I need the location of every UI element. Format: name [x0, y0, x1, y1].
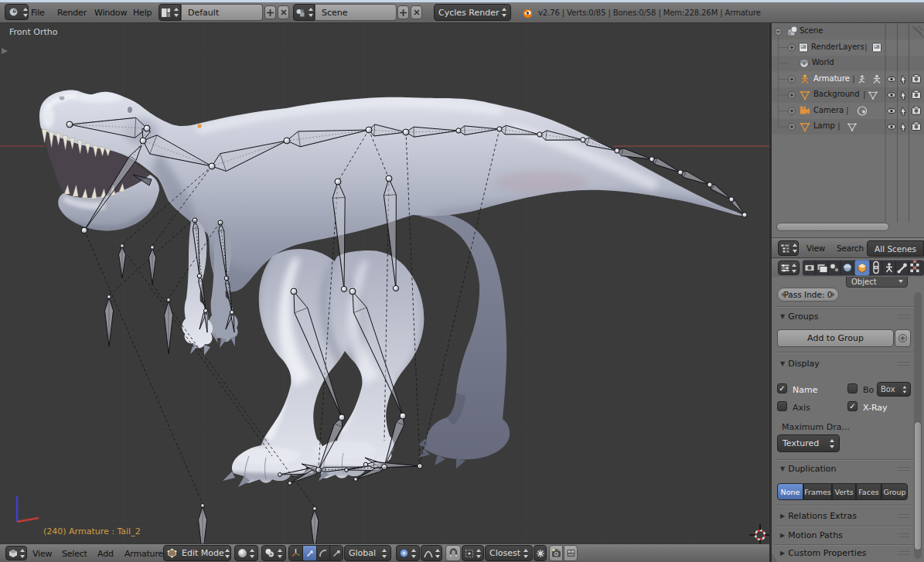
xray-checkbox[interactable]: ✓ [847, 401, 858, 411]
pivot-point-select[interactable] [261, 545, 286, 561]
menu-help[interactable]: Help [133, 8, 152, 18]
properties-scrollbar-thumb[interactable] [914, 421, 922, 550]
groups-panel-header[interactable]: ▼Groups [780, 312, 818, 322]
custom-properties-panel-header[interactable]: ▶Custom Properties [780, 548, 866, 558]
manipulator-axes-icon [291, 548, 301, 558]
duplication-verts-button[interactable]: Verts [832, 483, 856, 500]
blender-app-menu-button[interactable] [5, 4, 29, 20]
outliner-row-armature[interactable]: Armature [813, 74, 850, 83]
outliner-search-menu[interactable]: Search [837, 244, 864, 253]
menu-render[interactable]: Render [57, 8, 87, 18]
render-camera-icon [551, 548, 561, 558]
transform-orientation-select[interactable]: Global [344, 545, 391, 561]
editor-type-button-3dview[interactable] [5, 546, 27, 560]
editor-type-button-outliner[interactable] [778, 240, 799, 256]
bounds-type-select[interactable]: Box [877, 382, 911, 397]
manipulator-translate-button[interactable] [302, 546, 316, 560]
rotate-arc-icon [319, 549, 328, 558]
add-screen-layout-button[interactable] [264, 5, 276, 19]
snap-element-select[interactable] [462, 545, 484, 561]
manipulator-rotate-button[interactable] [316, 546, 329, 560]
falloff-select[interactable] [421, 545, 442, 561]
relations-extras-panel-header[interactable]: ▶Relations Extras [780, 511, 857, 521]
panel-drag-grip[interactable] [898, 362, 910, 366]
outliner-row-renderlayers[interactable]: RenderLayers [811, 43, 864, 51]
outliner-row-camera[interactable]: Camera [813, 106, 844, 114]
editor-3dview-icon [9, 549, 18, 558]
proportional-edit-icon [399, 548, 409, 558]
display-panel-header[interactable]: ▼Display [780, 359, 820, 369]
panel-drag-grip[interactable] [898, 551, 910, 555]
duplication-frames-button[interactable]: Frames [803, 483, 832, 500]
snap-toggle-button[interactable] [445, 545, 461, 561]
menu-view[interactable]: View [32, 548, 52, 558]
opengl-render-anim-button[interactable] [564, 545, 578, 561]
spinner-arrows-icon [829, 439, 834, 448]
armature-status-label: (240) Armature : Tail_2 [43, 526, 141, 536]
snap-peel-button[interactable] [534, 545, 547, 561]
outliner-view-menu[interactable]: View [806, 244, 825, 253]
screen-layout-browse-button[interactable] [159, 4, 181, 21]
panel-drag-grip[interactable] [898, 315, 910, 318]
add-group-plus-button[interactable] [895, 329, 911, 347]
bounds-checkbox-label[interactable]: Bo [863, 385, 874, 395]
proportional-edit-select[interactable] [396, 545, 420, 561]
menu-window[interactable]: Window [94, 8, 127, 18]
delete-screen-layout-button[interactable] [278, 5, 289, 19]
opengl-render-button[interactable] [549, 545, 563, 561]
duplication-panel-header[interactable]: ▼Duplication [780, 464, 837, 474]
editor-type-button-properties[interactable] [778, 261, 800, 275]
duplication-faces-button[interactable]: Faces [856, 483, 881, 500]
scale-icon [332, 549, 341, 558]
outliner-row-lamp[interactable]: Lamp [813, 121, 835, 130]
properties-tab-icons[interactable] [800, 259, 924, 277]
panel-drag-grip[interactable] [898, 533, 910, 537]
screen-layout-name-field[interactable]: Default [181, 4, 263, 21]
snap-target-select[interactable]: Closest [485, 545, 533, 561]
spinner-arrows-icon [435, 549, 440, 558]
manipulator-toggle-button[interactable] [289, 546, 302, 560]
spinner-arrows-icon [249, 549, 254, 558]
render-engine-select[interactable]: Cycles Render [434, 4, 511, 21]
mode-select[interactable]: Edit Mode [163, 545, 231, 561]
spinner-arrows-icon [173, 8, 179, 17]
viewport-3d[interactable]: Front Ortho (240) Armature : Tail_2 [0, 23, 771, 543]
add-to-group-button[interactable]: Add to Group [777, 329, 894, 347]
slider-right-arrow-icon[interactable] [832, 292, 835, 297]
scene-name-field[interactable]: Scene [315, 4, 397, 21]
properties-context-select[interactable]: Object [846, 277, 908, 288]
delete-scene-button[interactable] [411, 5, 422, 19]
properties-editor[interactable]: Object Pass Inde: 0 ▼Groups Add to Group… [772, 277, 924, 562]
menu-select[interactable]: Select [62, 548, 87, 558]
bounds-checkbox[interactable] [847, 383, 858, 393]
outliner-row-background[interactable]: Background [813, 90, 860, 98]
add-scene-button[interactable] [397, 5, 409, 19]
panel-drag-grip[interactable] [898, 514, 910, 518]
menu-add[interactable]: Add [97, 548, 114, 558]
menu-armature[interactable]: Armature [124, 548, 163, 558]
translate-arrow-icon [305, 549, 315, 558]
outliner-horizontal-scrollbar[interactable] [776, 223, 889, 231]
panel-resize-grip[interactable] [772, 550, 784, 562]
name-checkbox-label[interactable]: Name [793, 385, 817, 395]
duplication-group-button[interactable]: Group [881, 483, 908, 500]
viewport-shading-select[interactable] [234, 545, 258, 561]
outliner-row-world[interactable]: World [812, 58, 834, 66]
manipulator-scale-button[interactable] [329, 546, 343, 560]
outliner-editor[interactable]: Scene RenderLayers World Armature Backgr… [772, 23, 924, 237]
spinner-arrows-icon [277, 549, 282, 558]
slider-left-arrow-icon[interactable] [781, 292, 784, 297]
xray-checkbox-label[interactable]: X-Ray [863, 403, 888, 413]
menu-file[interactable]: File [31, 8, 45, 18]
outliner-row-scene[interactable]: Scene [800, 26, 823, 35]
panel-drag-grip[interactable] [898, 467, 910, 471]
motion-paths-panel-header[interactable]: ▶Motion Paths [780, 530, 843, 540]
pass-index-slider[interactable]: Pass Inde: 0 [777, 288, 839, 301]
axis-checkbox[interactable] [777, 401, 787, 411]
scene-browse-button[interactable] [293, 4, 315, 21]
axis-checkbox-label[interactable]: Axis [793, 403, 810, 413]
name-checkbox[interactable]: ✓ [777, 383, 787, 393]
outliner-filter-select[interactable]: All Scenes [867, 240, 924, 257]
duplication-none-button[interactable]: None [777, 483, 803, 500]
draw-type-select[interactable]: Textured [777, 434, 840, 452]
